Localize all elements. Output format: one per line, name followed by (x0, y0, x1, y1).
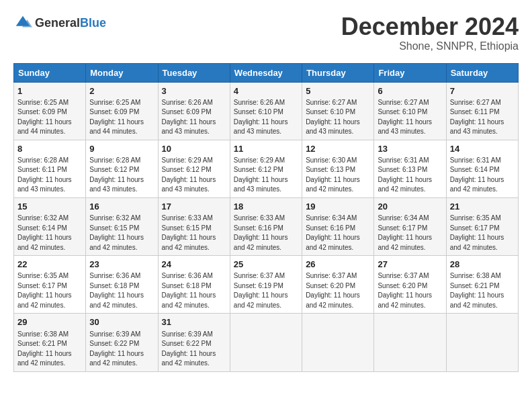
calendar-week-row-2: 8Sunrise: 6:28 AM Sunset: 6:11 PM Daylig… (14, 140, 519, 197)
day-number: 6 (378, 85, 442, 97)
day-number: 24 (162, 259, 226, 271)
logo-icon (13, 13, 32, 32)
day-number: 14 (450, 143, 515, 155)
day-number: 26 (306, 259, 370, 271)
day-info: Sunrise: 6:25 AM Sunset: 6:09 PM Dayligh… (17, 98, 82, 137)
day-number: 19 (306, 201, 370, 213)
day-number: 7 (450, 85, 515, 97)
location-subtitle: Shone, SNNPR, Ethiopia (341, 40, 519, 52)
logo-blue: Blue (80, 16, 106, 30)
calendar-header-saturday: Saturday (446, 63, 518, 82)
day-info: Sunrise: 6:30 AM Sunset: 6:13 PM Dayligh… (306, 156, 370, 195)
day-number: 16 (89, 201, 154, 213)
day-info: Sunrise: 6:28 AM Sunset: 6:11 PM Dayligh… (17, 156, 82, 195)
calendar-header-sunday: Sunday (14, 63, 86, 82)
day-number: 28 (450, 259, 515, 271)
day-number: 22 (17, 259, 82, 271)
day-info: Sunrise: 6:37 AM Sunset: 6:20 PM Dayligh… (378, 271, 442, 310)
day-info: Sunrise: 6:27 AM Sunset: 6:10 PM Dayligh… (378, 98, 442, 137)
day-info: Sunrise: 6:27 AM Sunset: 6:11 PM Dayligh… (450, 98, 515, 137)
day-info: Sunrise: 6:32 AM Sunset: 6:14 PM Dayligh… (17, 214, 82, 253)
calendar-day-cell: 23Sunrise: 6:36 AM Sunset: 6:18 PM Dayli… (86, 256, 158, 314)
calendar-day-cell: 19Sunrise: 6:34 AM Sunset: 6:16 PM Dayli… (302, 197, 374, 255)
calendar-day-cell: 20Sunrise: 6:34 AM Sunset: 6:17 PM Dayli… (374, 197, 446, 255)
day-number: 5 (306, 85, 370, 97)
day-info: Sunrise: 6:37 AM Sunset: 6:20 PM Dayligh… (306, 271, 370, 310)
day-number: 25 (234, 259, 298, 271)
calendar-day-cell: 4Sunrise: 6:26 AM Sunset: 6:10 PM Daylig… (230, 82, 302, 140)
calendar-day-cell (230, 314, 302, 371)
day-info: Sunrise: 6:39 AM Sunset: 6:22 PM Dayligh… (89, 330, 154, 369)
calendar-week-row-4: 22Sunrise: 6:35 AM Sunset: 6:17 PM Dayli… (14, 256, 519, 314)
calendar-day-cell: 9Sunrise: 6:28 AM Sunset: 6:12 PM Daylig… (86, 140, 158, 197)
day-number: 23 (89, 259, 154, 271)
day-info: Sunrise: 6:31 AM Sunset: 6:13 PM Dayligh… (378, 156, 442, 195)
calendar-day-cell (302, 314, 374, 371)
day-number: 10 (162, 143, 226, 155)
calendar-day-cell: 29Sunrise: 6:38 AM Sunset: 6:21 PM Dayli… (14, 314, 86, 371)
day-info: Sunrise: 6:33 AM Sunset: 6:16 PM Dayligh… (234, 214, 298, 253)
calendar-day-cell: 21Sunrise: 6:35 AM Sunset: 6:17 PM Dayli… (446, 197, 518, 255)
day-number: 9 (89, 143, 154, 155)
calendar-week-row-3: 15Sunrise: 6:32 AM Sunset: 6:14 PM Dayli… (14, 197, 519, 255)
day-number: 15 (17, 201, 82, 213)
day-info: Sunrise: 6:36 AM Sunset: 6:18 PM Dayligh… (162, 271, 226, 310)
day-number: 29 (17, 316, 82, 328)
day-number: 4 (234, 85, 298, 97)
day-info: Sunrise: 6:38 AM Sunset: 6:21 PM Dayligh… (17, 330, 82, 369)
calendar-day-cell: 7Sunrise: 6:27 AM Sunset: 6:11 PM Daylig… (446, 82, 518, 140)
calendar-day-cell (374, 314, 446, 371)
day-info: Sunrise: 6:36 AM Sunset: 6:18 PM Dayligh… (89, 271, 154, 310)
day-number: 21 (450, 201, 515, 213)
day-number: 11 (234, 143, 298, 155)
day-info: Sunrise: 6:27 AM Sunset: 6:10 PM Dayligh… (306, 98, 370, 137)
calendar-day-cell: 13Sunrise: 6:31 AM Sunset: 6:13 PM Dayli… (374, 140, 446, 197)
calendar-day-cell: 28Sunrise: 6:38 AM Sunset: 6:21 PM Dayli… (446, 256, 518, 314)
calendar-week-row-5: 29Sunrise: 6:38 AM Sunset: 6:21 PM Dayli… (14, 314, 519, 371)
day-number: 1 (17, 85, 82, 97)
day-number: 20 (378, 201, 442, 213)
header: GeneralBlue December 2024 Shone, SNNPR, … (13, 13, 519, 52)
calendar-day-cell: 8Sunrise: 6:28 AM Sunset: 6:11 PM Daylig… (14, 140, 86, 197)
calendar-table: SundayMondayTuesdayWednesdayThursdayFrid… (13, 63, 519, 372)
calendar-day-cell: 18Sunrise: 6:33 AM Sunset: 6:16 PM Dayli… (230, 197, 302, 255)
day-number: 8 (17, 143, 82, 155)
logo-general: General (35, 16, 80, 30)
calendar-day-cell (446, 314, 518, 371)
calendar-day-cell: 17Sunrise: 6:33 AM Sunset: 6:15 PM Dayli… (158, 197, 230, 255)
day-info: Sunrise: 6:29 AM Sunset: 6:12 PM Dayligh… (162, 156, 226, 195)
calendar-header-thursday: Thursday (302, 63, 374, 82)
calendar-day-cell: 10Sunrise: 6:29 AM Sunset: 6:12 PM Dayli… (158, 140, 230, 197)
calendar-header-monday: Monday (86, 63, 158, 82)
day-number: 27 (378, 259, 442, 271)
day-number: 13 (378, 143, 442, 155)
day-number: 30 (89, 316, 154, 328)
day-number: 12 (306, 143, 370, 155)
month-title: December 2024 (341, 13, 519, 40)
calendar-header-tuesday: Tuesday (158, 63, 230, 82)
calendar-day-cell: 11Sunrise: 6:29 AM Sunset: 6:12 PM Dayli… (230, 140, 302, 197)
calendar-day-cell: 31Sunrise: 6:39 AM Sunset: 6:22 PM Dayli… (158, 314, 230, 371)
day-info: Sunrise: 6:26 AM Sunset: 6:10 PM Dayligh… (234, 98, 298, 137)
calendar-week-row-1: 1Sunrise: 6:25 AM Sunset: 6:09 PM Daylig… (14, 82, 519, 140)
day-number: 2 (89, 85, 154, 97)
day-number: 17 (162, 201, 226, 213)
day-info: Sunrise: 6:38 AM Sunset: 6:21 PM Dayligh… (450, 271, 515, 310)
title-area: December 2024 Shone, SNNPR, Ethiopia (341, 13, 519, 52)
calendar-day-cell: 6Sunrise: 6:27 AM Sunset: 6:10 PM Daylig… (374, 82, 446, 140)
day-info: Sunrise: 6:37 AM Sunset: 6:19 PM Dayligh… (234, 271, 298, 310)
day-info: Sunrise: 6:31 AM Sunset: 6:14 PM Dayligh… (450, 156, 515, 195)
calendar-day-cell: 25Sunrise: 6:37 AM Sunset: 6:19 PM Dayli… (230, 256, 302, 314)
day-info: Sunrise: 6:29 AM Sunset: 6:12 PM Dayligh… (234, 156, 298, 195)
day-info: Sunrise: 6:34 AM Sunset: 6:16 PM Dayligh… (306, 214, 370, 253)
day-number: 18 (234, 201, 298, 213)
day-number: 31 (162, 316, 226, 328)
calendar-day-cell: 15Sunrise: 6:32 AM Sunset: 6:14 PM Dayli… (14, 197, 86, 255)
calendar-day-cell: 16Sunrise: 6:32 AM Sunset: 6:15 PM Dayli… (86, 197, 158, 255)
calendar-day-cell: 26Sunrise: 6:37 AM Sunset: 6:20 PM Dayli… (302, 256, 374, 314)
calendar-day-cell: 1Sunrise: 6:25 AM Sunset: 6:09 PM Daylig… (14, 82, 86, 140)
calendar-day-cell: 2Sunrise: 6:25 AM Sunset: 6:09 PM Daylig… (86, 82, 158, 140)
day-info: Sunrise: 6:35 AM Sunset: 6:17 PM Dayligh… (17, 271, 82, 310)
day-info: Sunrise: 6:33 AM Sunset: 6:15 PM Dayligh… (162, 214, 226, 253)
day-info: Sunrise: 6:32 AM Sunset: 6:15 PM Dayligh… (89, 214, 154, 253)
